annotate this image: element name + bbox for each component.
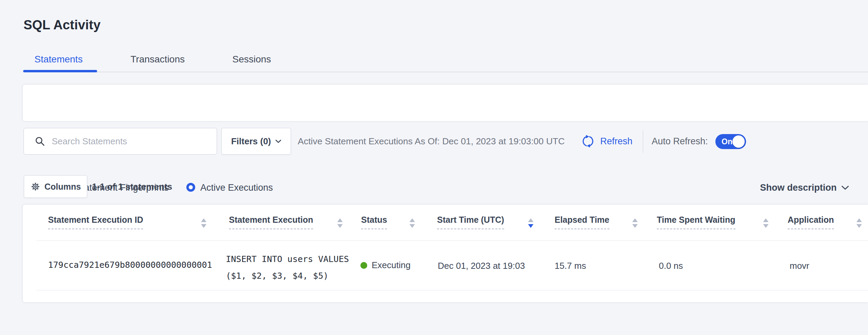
auto-refresh-label: Auto Refresh: bbox=[652, 128, 708, 155]
search-input[interactable] bbox=[52, 136, 210, 147]
cell-statement-execution[interactable]: INSERT INTO users VALUES ($1, $2, $3, $4… bbox=[226, 251, 349, 284]
refresh-label: Refresh bbox=[600, 136, 633, 147]
auto-refresh-state: On bbox=[722, 137, 732, 146]
column-header-statement-execution[interactable]: Statement Execution bbox=[229, 215, 313, 229]
search-icon bbox=[35, 136, 45, 146]
sql-activity-page: SQL Activity Statements Transactions Ses… bbox=[0, 0, 868, 335]
columns-button-label: Columns bbox=[45, 182, 81, 192]
table-row-separator bbox=[36, 290, 868, 290]
view-mode-card: Statement Fingerprints Active Executions… bbox=[23, 85, 868, 121]
statement-line-1: INSERT INTO users VALUES bbox=[226, 251, 349, 267]
tab-bottom-border bbox=[23, 72, 868, 72]
results-count: 1-1 of 1 statements bbox=[92, 175, 172, 198]
radio-active-executions[interactable] bbox=[186, 183, 195, 192]
filters-button[interactable]: Filters (0) bbox=[221, 128, 291, 155]
sort-icon[interactable] bbox=[856, 218, 862, 228]
sort-icon[interactable] bbox=[201, 218, 206, 228]
chevron-down-icon bbox=[841, 186, 849, 190]
tab-transactions[interactable]: Transactions bbox=[130, 54, 185, 65]
chevron-down-icon bbox=[275, 140, 281, 143]
active-tab-indicator bbox=[23, 70, 97, 72]
as-of-timestamp: Active Statement Executions As Of: Dec 0… bbox=[298, 128, 565, 155]
cell-statement-execution-id[interactable]: 179cca7921e679b80000000000000001 bbox=[48, 260, 212, 270]
column-header-time-spent-waiting[interactable]: Time Spent Waiting bbox=[657, 215, 735, 229]
search-box[interactable] bbox=[24, 128, 217, 155]
status-label: Executing bbox=[372, 260, 410, 271]
sort-icon[interactable] bbox=[337, 218, 343, 228]
columns-button[interactable]: Columns bbox=[24, 175, 87, 198]
column-header-start-time[interactable]: Start Time (UTC) bbox=[437, 215, 504, 229]
gear-icon bbox=[30, 181, 41, 192]
column-header-elapsed-time[interactable]: Elapsed Time bbox=[555, 215, 609, 229]
toggle-knob bbox=[732, 135, 745, 148]
cell-status: Executing bbox=[360, 260, 410, 271]
toolbar-divider bbox=[643, 130, 643, 153]
radio-label-active-executions[interactable]: Active Executions bbox=[200, 183, 273, 193]
sort-icon[interactable] bbox=[632, 218, 638, 228]
statement-line-2: ($1, $2, $3, $4, $5) bbox=[226, 267, 349, 284]
tab-statements[interactable]: Statements bbox=[34, 54, 83, 65]
column-header-statement-execution-id[interactable]: Statement Execution ID bbox=[48, 215, 143, 229]
status-executing-dot bbox=[360, 262, 367, 269]
tab-sessions[interactable]: Sessions bbox=[232, 54, 271, 65]
refresh-button[interactable]: Refresh bbox=[580, 128, 633, 155]
sort-icon[interactable] bbox=[763, 218, 769, 228]
column-header-status[interactable]: Status bbox=[361, 215, 387, 229]
cell-time-spent-waiting: 0.0 ns bbox=[659, 261, 683, 271]
cell-application: movr bbox=[790, 261, 809, 271]
page-title: SQL Activity bbox=[24, 18, 100, 32]
show-description-label: Show description bbox=[760, 183, 837, 193]
show-description-toggle[interactable]: Show description bbox=[760, 183, 849, 193]
sort-icon[interactable] bbox=[409, 218, 415, 228]
table-header-separator bbox=[36, 241, 868, 241]
auto-refresh-toggle[interactable]: On bbox=[715, 134, 746, 149]
filters-button-label: Filters (0) bbox=[231, 136, 271, 147]
cell-start-time: Dec 01, 2023 at 19:03 bbox=[438, 261, 525, 271]
sort-icon-active-desc[interactable] bbox=[528, 218, 533, 228]
cell-elapsed-time: 15.7 ms bbox=[555, 261, 586, 271]
column-header-application[interactable]: Application bbox=[788, 215, 834, 229]
refresh-icon bbox=[580, 134, 595, 149]
